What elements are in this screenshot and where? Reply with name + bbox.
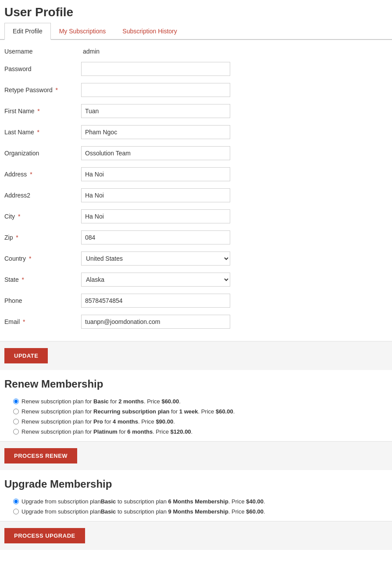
upgrade-6months-label: Upgrade from subscription planBasic to s… (21, 498, 265, 505)
firstname-row: First Name * (4, 101, 388, 122)
required-indicator: * (16, 213, 20, 220)
renew-pro-radio[interactable] (13, 419, 19, 424)
city-row: City * (4, 206, 388, 227)
tab-my-subscriptions[interactable]: My Subscriptions (51, 23, 114, 40)
country-row: Country * United States Vietnam United K… (4, 248, 388, 269)
upgrade-membership-section: Upgrade Membership Upgrade from subscrip… (0, 470, 392, 521)
city-input[interactable] (81, 209, 230, 223)
address-label: Address * (4, 171, 81, 178)
organization-row: Organization (4, 143, 388, 164)
email-row: Email * (4, 311, 388, 332)
update-button[interactable]: UPDATE (4, 348, 48, 363)
required-indicator: * (28, 171, 32, 178)
renew-option-platinum: Renew subscription plan for Platinum for… (13, 427, 379, 437)
renew-footer: PROCESS RENEW (0, 441, 392, 470)
upgrade-footer: PROCESS UPGRADE (0, 521, 392, 550)
tab-edit-profile[interactable]: Edit Profile (4, 23, 51, 40)
zip-input[interactable] (81, 230, 230, 244)
process-renew-button[interactable]: PROCESS RENEW (4, 448, 77, 463)
required-indicator: * (54, 86, 58, 93)
state-select[interactable]: Alaska Alabama California (81, 273, 230, 287)
renew-membership-section: Renew Membership Renew subscription plan… (0, 370, 392, 441)
renew-recurring-radio[interactable] (13, 409, 19, 414)
organization-label: Organization (4, 150, 81, 157)
upgrade-option-6months: Upgrade from subscription planBasic to s… (13, 496, 379, 507)
email-input[interactable] (81, 315, 230, 329)
upgrade-heading: Upgrade Membership (0, 470, 392, 495)
required-indicator: * (20, 276, 24, 283)
country-select[interactable]: United States Vietnam United Kingdom (81, 251, 230, 266)
password-input[interactable] (81, 62, 230, 76)
renew-option-pro: Renew subscription plan for Pro for 4 mo… (13, 417, 379, 427)
lastname-label: Last Name * (4, 129, 81, 136)
address2-label: Address2 (4, 192, 81, 199)
retype-password-input[interactable] (81, 83, 230, 97)
username-row: Username admin (4, 44, 388, 58)
lastname-input[interactable] (81, 125, 230, 139)
email-label: Email * (4, 318, 81, 325)
upgrade-9months-radio[interactable] (13, 509, 19, 514)
password-row: Password (4, 58, 388, 79)
renew-option-recurring: Renew subscription plan for Recurring su… (13, 406, 379, 417)
renew-recurring-label: Renew subscription plan for Recurring su… (21, 408, 235, 415)
state-row: State * Alaska Alabama California (4, 269, 388, 290)
phone-input[interactable] (81, 294, 230, 308)
upgrade-options: Upgrade from subscription planBasic to s… (0, 495, 392, 521)
page-title: User Profile (0, 0, 392, 23)
upgrade-9months-label: Upgrade from subscription planBasic to s… (21, 508, 265, 515)
renew-basic-radio[interactable] (13, 399, 19, 404)
renew-platinum-radio[interactable] (13, 429, 19, 435)
renew-platinum-label: Renew subscription plan for Platinum for… (21, 428, 192, 435)
zip-row: Zip * (4, 227, 388, 248)
retype-password-row: Retype Password * (4, 79, 388, 101)
password-label: Password (4, 65, 81, 72)
renew-pro-label: Renew subscription plan for Pro for 4 mo… (21, 418, 175, 425)
required-indicator: * (21, 318, 25, 325)
required-indicator: * (36, 129, 39, 136)
process-upgrade-button[interactable]: PROCESS UPGRADE (4, 528, 85, 543)
update-footer: UPDATE (0, 341, 392, 370)
upgrade-option-9months: Upgrade from subscription planBasic to s… (13, 507, 379, 517)
renew-option-basic: Renew subscription plan for Basic for 2 … (13, 396, 379, 406)
city-label: City * (4, 213, 81, 220)
edit-profile-form: Username admin Password Retype Password … (0, 40, 392, 341)
required-indicator: * (27, 255, 31, 262)
renew-options: Renew subscription plan for Basic for 2 … (0, 395, 392, 441)
username-label: Username (4, 48, 81, 55)
required-indicator: * (36, 108, 39, 115)
firstname-input[interactable] (81, 104, 230, 118)
username-value: admin (81, 48, 100, 55)
organization-input[interactable] (81, 146, 230, 160)
state-label: State * (4, 276, 81, 283)
firstname-label: First Name * (4, 108, 81, 115)
address-input[interactable] (81, 167, 230, 181)
address-row: Address * (4, 164, 388, 185)
tabs-container: Edit Profile My Subscriptions Subscripti… (0, 23, 392, 40)
renew-basic-label: Renew subscription plan for Basic for 2 … (21, 398, 181, 405)
renew-heading: Renew Membership (0, 370, 392, 395)
address2-input[interactable] (81, 188, 230, 202)
phone-label: Phone (4, 297, 81, 304)
address2-row: Address2 (4, 185, 388, 206)
tab-subscription-history[interactable]: Subscription History (114, 23, 185, 40)
required-indicator: * (14, 234, 18, 241)
country-label: Country * (4, 255, 81, 262)
phone-row: Phone (4, 290, 388, 311)
upgrade-6months-radio[interactable] (13, 499, 19, 504)
zip-label: Zip * (4, 234, 81, 241)
retype-password-label: Retype Password * (4, 86, 81, 93)
lastname-row: Last Name * (4, 122, 388, 143)
